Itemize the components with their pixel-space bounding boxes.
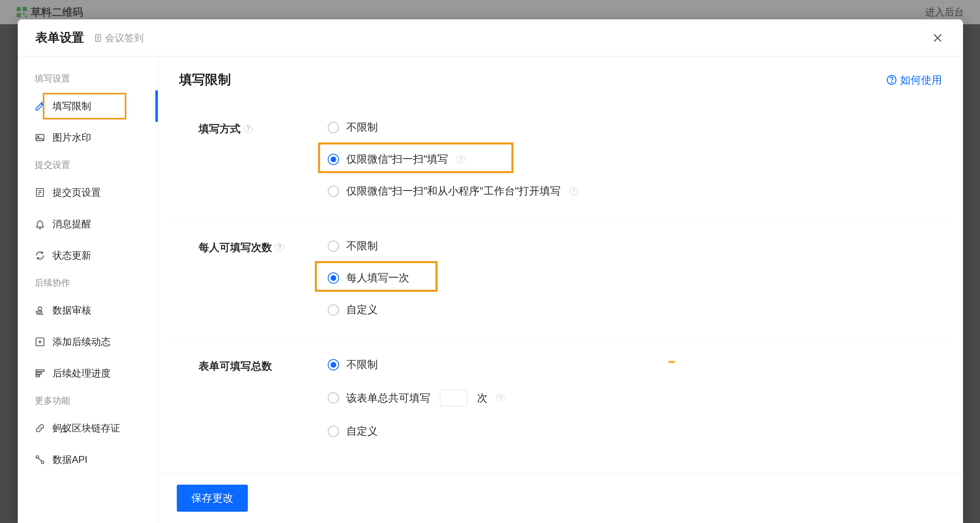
help-icon[interactable]: ? [457, 155, 465, 163]
radio-icon [328, 241, 339, 252]
radio-label: 不限制 [346, 120, 378, 134]
admin-link[interactable]: 进入后台 [925, 6, 964, 19]
radio-label: 每人填写一次 [346, 271, 409, 285]
close-button[interactable] [932, 32, 944, 44]
logo-text: 草料二维码 [31, 5, 83, 19]
radio-label: 不限制 [346, 358, 378, 372]
radio-unlimited[interactable]: 不限制 [328, 239, 923, 253]
radio-icon [328, 154, 339, 165]
radio-label: 仅限微信"扫一扫"和从小程序"工作台"打开填写 [346, 184, 561, 198]
radio-label: 自定义 [346, 303, 378, 317]
radio-unlimited[interactable]: 不限制 [328, 120, 923, 134]
sidebar-item-label: 状态更新 [52, 249, 91, 262]
svg-line-25 [38, 458, 42, 462]
sidebar-item-fill-limit[interactable]: 填写限制 [18, 90, 158, 122]
help-icon[interactable]: ? [570, 187, 578, 195]
options-group: 不限制 每人填写一次 自定义 [328, 239, 923, 317]
radio-label: 自定义 [346, 424, 378, 438]
sidebar-item-watermark[interactable]: 图片水印 [18, 122, 158, 153]
logo-icon [16, 6, 27, 18]
sidebar-item-label: 蚂蚁区块链存证 [52, 422, 120, 435]
radio-wechat-scan[interactable]: 仅限微信"扫一扫"填写 ? [328, 152, 923, 166]
footer: 保存更改 [158, 473, 963, 523]
radio-custom[interactable]: 自定义 [328, 424, 923, 438]
breadcrumb-label: 会议签到 [105, 31, 144, 44]
options-group: 不限制 该表单总共可填写 次 ? 自定义 [328, 358, 923, 438]
svg-point-15 [38, 307, 42, 310]
svg-rect-4 [25, 15, 27, 17]
help-icon[interactable]: ? [496, 394, 505, 402]
sidebar-item-review[interactable]: 数据审核 [18, 295, 158, 326]
options-group: 不限制 仅限微信"扫一扫"填写 ? 仅限微信"扫一扫"和从小程序"工作台"打开填… [328, 120, 923, 198]
page-title: 填写限制 [179, 71, 231, 89]
sidebar-item-blockchain[interactable]: 蚂蚁区块链存证 [18, 412, 158, 444]
sidebar-item-label: 后续处理进度 [52, 367, 111, 380]
radio-unlimited[interactable]: 不限制 [328, 358, 923, 372]
radio-label: 不限制 [346, 239, 378, 253]
sidebar-item-label: 数据API [52, 453, 88, 466]
help-label: 如何使用 [900, 73, 942, 87]
radio-wechat-miniapp[interactable]: 仅限微信"扫一扫"和从小程序"工作台"打开填写 ? [328, 184, 923, 198]
sidebar-item-label: 图片水印 [52, 131, 91, 144]
modal-dialog: 表单设置 会议签到 填写设置 填写限制 [18, 19, 963, 523]
radio-custom[interactable]: 自定义 [328, 303, 923, 317]
total-count-input[interactable] [440, 389, 467, 406]
bell-icon [35, 219, 45, 229]
radio-icon [328, 186, 339, 197]
radio-label: 仅限微信"扫一扫"填写 [346, 152, 448, 166]
form-icon [94, 33, 103, 42]
breadcrumb[interactable]: 会议签到 [94, 31, 144, 44]
sidebar-item-label: 填写限制 [52, 100, 91, 113]
svg-point-27 [891, 82, 892, 83]
sidebar-item-label: 添加后续动态 [52, 335, 111, 348]
progress-icon [35, 368, 45, 379]
save-button[interactable]: 保存更改 [177, 485, 248, 512]
radio-icon [328, 392, 339, 404]
sidebar-item-progress[interactable]: 后续处理进度 [18, 358, 158, 389]
svg-rect-20 [36, 370, 44, 371]
modal-body: 填写设置 填写限制 图片水印 提交设置 提交页设置 [18, 56, 963, 523]
sidebar-section-submit: 提交设置 [18, 153, 158, 177]
sidebar-item-submit-page[interactable]: 提交页设置 [18, 177, 158, 208]
sidebar-item-label: 提交页设置 [52, 186, 101, 199]
sidebar-section-followup: 后续协作 [18, 271, 158, 295]
main-header: 填写限制 如何使用 [158, 56, 963, 101]
sidebar-item-label: 数据审核 [52, 304, 91, 317]
help-icon [886, 75, 897, 85]
sidebar-item-api[interactable]: 数据API [18, 444, 158, 475]
page-icon [35, 187, 45, 198]
radio-icon [328, 122, 339, 133]
modal-title: 表单设置 [36, 29, 84, 46]
refresh-icon [35, 250, 45, 261]
sidebar-item-status[interactable]: 状态更新 [18, 240, 158, 271]
radio-label-suf: 次 [477, 391, 488, 405]
sidebar-item-followup[interactable]: 添加后续动态 [18, 326, 158, 358]
logo: 草料二维码 [16, 5, 83, 19]
section-per-person: 每人可填写次数 ? 不限制 每人填写一次 [171, 220, 950, 338]
svg-rect-1 [23, 7, 27, 11]
section-fill-method: 填写方式 ? 不限制 仅限微信"扫一扫"填写 ? [171, 101, 950, 220]
radio-icon [328, 272, 339, 284]
radio-total-count[interactable]: 该表单总共可填写 次 ? [328, 389, 923, 406]
help-link[interactable]: 如何使用 [886, 73, 942, 87]
sidebar: 填写设置 填写限制 图片水印 提交设置 提交页设置 [18, 56, 158, 523]
api-icon [35, 454, 45, 465]
help-icon[interactable]: ? [244, 124, 253, 133]
modal-header: 表单设置 会议签到 [18, 19, 963, 56]
section-total: 表单可填写总数 不限制 该表单总共可填写 次 ? [171, 338, 950, 459]
section-label: 填写方式 ? [199, 120, 328, 198]
radio-icon [328, 426, 339, 437]
close-icon [932, 32, 944, 44]
sidebar-item-notify[interactable]: 消息提醒 [18, 208, 158, 240]
sidebar-section-fill: 填写设置 [18, 67, 158, 90]
radio-once-per-person[interactable]: 每人填写一次 [328, 271, 923, 285]
image-icon [35, 132, 45, 143]
chain-icon [35, 423, 45, 433]
section-label: 表单可填写总数 [199, 358, 328, 438]
svg-rect-0 [17, 7, 21, 11]
content-area: 填写方式 ? 不限制 仅限微信"扫一扫"填写 ? [171, 101, 950, 473]
sidebar-item-label: 消息提醒 [52, 218, 91, 230]
help-icon[interactable]: ? [275, 243, 284, 252]
svg-rect-22 [36, 375, 40, 377]
plus-square-icon [35, 337, 45, 347]
